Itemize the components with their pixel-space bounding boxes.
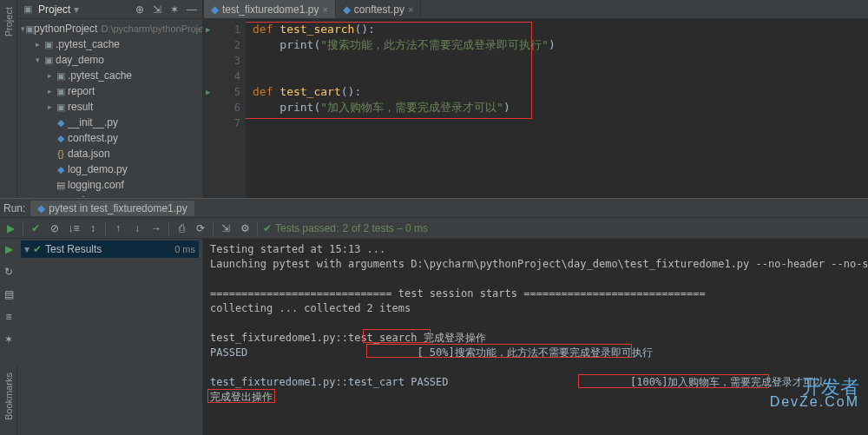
tree-row[interactable]: ▸▣report	[17, 83, 202, 99]
expand-all-icon[interactable]: ⇲	[150, 3, 164, 16]
line-gutter: ▶1 2 3 4 ▶5 6 7	[204, 19, 246, 198]
run-config-tab[interactable]: ◆ pytest in test_fixturedome1.py	[30, 201, 194, 216]
select-opened-icon[interactable]: ⊕	[133, 3, 147, 16]
tree-label: .pytest_cache	[68, 69, 132, 82]
rerun-icon[interactable]: ▶	[3, 221, 17, 235]
left-tool-strip: Project	[0, 0, 17, 198]
tree-row[interactable]: ◆__init__.py	[17, 115, 202, 130]
tree-row[interactable]: ◆conftest.py	[17, 130, 202, 146]
conf-icon: ▤	[54, 179, 68, 191]
tree-row[interactable]: ◆log_demo.py	[17, 161, 202, 177]
project-panel-header: ▣ Project ▾ ⊕ ⇲ ✶ —	[17, 0, 202, 19]
tree-label: day_demo	[56, 54, 104, 66]
py-icon: ◆	[54, 116, 68, 129]
folder-icon: ▣	[54, 101, 68, 113]
run-icon[interactable]: ▶	[2, 242, 16, 256]
wrench-icon[interactable]: ✶	[2, 333, 16, 346]
stop-icon[interactable]: ↻	[2, 265, 16, 279]
editor-tab[interactable]: ◆ test_fixturedome1.py ×	[204, 0, 336, 18]
tests-passed-status: ✔ Tests passed: 2 of 2 tests – 0 ms	[263, 222, 428, 234]
code-area[interactable]: ▶1 2 3 4 ▶5 6 7 def test_search(): print…	[204, 19, 868, 198]
run-toolbar: ▶ ✔ ⊘ ↓≡ ↕ ↑ ↓ → ⎙ ⟳ ⇲ ⚙ ✔ Tests passed:…	[0, 218, 868, 239]
status-count: 2	[342, 222, 348, 234]
check-icon[interactable]: ✔	[29, 221, 43, 235]
panel-title: Project	[38, 3, 70, 16]
editor-area: ◆ test_fixturedome1.py × ◆ conftest.py ×…	[203, 0, 868, 198]
tab-label: test_fixturedome1.py	[222, 3, 319, 16]
prev-icon[interactable]: →	[149, 221, 163, 235]
tree-root-path: D:\pycharm\pythonProject	[101, 23, 202, 34]
code-editor[interactable]: def test_search(): print("搜索功能，此方法不需要完成登…	[246, 19, 868, 198]
editor-tab[interactable]: ◆ conftest.py ×	[336, 0, 421, 18]
run-gutter-icon[interactable]: ▶	[206, 84, 210, 100]
left-tool-strip-bottom: Bookmarks	[0, 366, 17, 435]
import-icon[interactable]: ⇲	[219, 221, 233, 235]
console-login-text: 完成登录操作	[424, 331, 486, 346]
test-results-root[interactable]: ▾ ✔ Test Results 0 ms	[21, 241, 199, 258]
console-line: ============================= test sessi…	[210, 287, 861, 301]
python-file-icon: ◆	[343, 3, 351, 16]
run-gutter-icon[interactable]: ▶	[206, 22, 210, 37]
tree-root-label: pythonProject	[34, 23, 97, 35]
project-tree[interactable]: ▾ ▣ pythonProject D:\pycharm\pythonProje…	[17, 19, 202, 198]
test-results-label: Test Results	[45, 243, 102, 255]
settings-icon[interactable]: ✶	[168, 3, 181, 16]
test-results-tree[interactable]: ▾ ✔ Test Results 0 ms	[17, 239, 203, 435]
tree-row[interactable]: ▤logging.conf	[17, 177, 202, 193]
layout-icon[interactable]: ▤	[2, 287, 16, 301]
tree-label: __init__.py	[68, 116, 118, 129]
console-line: test_fixturedome1.py::test_cart PASSED	[210, 376, 449, 388]
pin-icon[interactable]: ≡	[2, 310, 16, 324]
py-icon: ◆	[54, 163, 68, 175]
bookmarks-tool-tab[interactable]: Bookmarks	[2, 366, 16, 427]
run-tool-window: Run: ◆ pytest in test_fixturedome1.py ▶ …	[0, 198, 868, 435]
tree-row[interactable]: ▸▣result	[17, 99, 202, 115]
keyword: def	[253, 85, 279, 98]
code-text: print(	[253, 38, 320, 51]
next-icon[interactable]: ↓	[130, 221, 144, 235]
tree-root[interactable]: ▾ ▣ pythonProject D:\pycharm\pythonProje…	[17, 21, 202, 36]
console-line: Testing started at 15:13 ...	[210, 242, 861, 257]
settings-gear-icon[interactable]: ⚙	[238, 221, 252, 235]
project-tool-tab[interactable]: Project	[2, 0, 16, 43]
tree-row[interactable]: ▾▣day_demo	[17, 52, 202, 68]
close-icon[interactable]: ×	[408, 4, 413, 15]
folder-icon: ▣	[42, 54, 56, 66]
collapse-icon[interactable]: ↑	[111, 221, 125, 235]
editor-tabs: ◆ test_fixturedome1.py × ◆ conftest.py ×	[204, 0, 868, 19]
code-text: )	[549, 38, 556, 51]
console-pct: [ 50%]搜索功能，此方法不需要完成登录即可执行	[247, 346, 652, 359]
tree-row[interactable]: ▸▣.pytest_cache	[17, 36, 202, 52]
func-name: test_cart	[279, 85, 340, 98]
sort-icon[interactable]: ↓≡	[67, 221, 81, 235]
code-text: print(	[253, 101, 320, 114]
filter-failed-icon[interactable]: ⊘	[48, 221, 62, 235]
expand-icon[interactable]: ↕	[86, 221, 100, 235]
tree-label: result	[68, 101, 93, 113]
folder-icon: ▣	[42, 38, 56, 50]
pass-icon: ✔	[33, 243, 42, 255]
run-header: Run: ◆ pytest in test_fixturedome1.py	[0, 199, 868, 218]
status-text: of 2 tests – 0 ms	[352, 222, 428, 234]
export-icon[interactable]: ⎙	[174, 221, 188, 235]
console-output[interactable]: Testing started at 15:13 ... Launching p…	[203, 239, 868, 435]
run-tab-label: pytest in test_fixturedome1.py	[49, 202, 187, 214]
project-panel: ▣ Project ▾ ⊕ ⇲ ✶ — ▾ ▣ pythonProject D:…	[17, 0, 203, 198]
json-icon: {}	[54, 148, 68, 160]
history-icon[interactable]: ⟳	[194, 221, 207, 235]
tree-label: log_demo.py	[68, 163, 128, 175]
tree-label: data.json	[68, 148, 110, 160]
tree-row[interactable]: ▸▣.pytest_cache	[17, 68, 202, 83]
python-file-icon: ◆	[211, 3, 219, 16]
console-line: Launching pytest with arguments D:\pycha…	[210, 257, 861, 272]
tree-row[interactable]: {}data.json	[17, 146, 202, 161]
tree-label: conftest.py	[68, 132, 118, 144]
folder-icon: ▣	[54, 85, 68, 97]
close-icon[interactable]: ×	[322, 4, 327, 15]
console-passed: PASSED	[210, 346, 247, 359]
duration-label: 0 ms	[174, 244, 195, 254]
console-pct: [100%]加入购物车，需要完成登录才可以	[449, 376, 825, 388]
hide-icon[interactable]: —	[185, 3, 199, 16]
string-literal: "加入购物车，需要完成登录才可以"	[320, 101, 503, 114]
py-icon: ◆	[54, 132, 68, 144]
